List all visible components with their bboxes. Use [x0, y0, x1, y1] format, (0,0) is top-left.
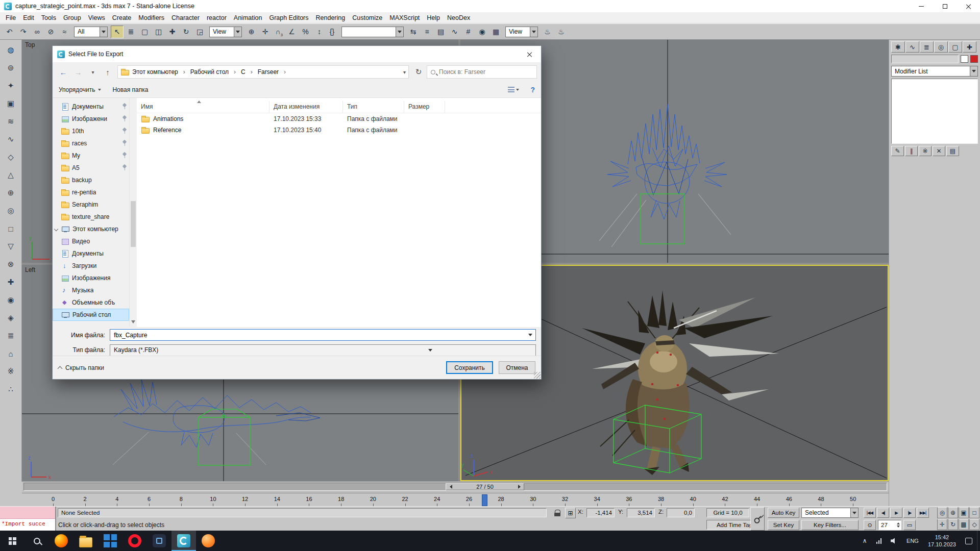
tab-modify[interactable]: ∿ [905, 41, 919, 53]
nav-computer-item[interactable]: Видео [53, 235, 129, 247]
key-mode-toggle-icon[interactable]: ⊙ [864, 520, 876, 530]
taskbar-search-button[interactable] [24, 531, 49, 551]
nav-computer-item[interactable]: Музыка [53, 284, 129, 296]
scroll-down-arrow-icon[interactable] [131, 320, 135, 325]
time-configuration-icon[interactable]: ▭ [903, 520, 916, 530]
column-type[interactable]: Тип [343, 101, 404, 113]
wireframe-color-swatch[interactable] [961, 55, 968, 63]
reactor-tool-18-icon[interactable]: ⌂ [4, 346, 18, 361]
menu-item[interactable]: MAXScript [386, 12, 423, 23]
column-date-modified[interactable]: Дата изменения [270, 101, 343, 113]
use-center-icon[interactable]: ⊕ [245, 26, 258, 38]
menu-item[interactable]: Views [85, 12, 109, 23]
make-unique-icon[interactable]: ※ [919, 146, 932, 156]
reactor-tool-5-icon[interactable]: ≋ [4, 114, 18, 129]
object-name-field[interactable] [891, 55, 959, 63]
filename-input[interactable] [110, 332, 525, 339]
taskbar-flame-app-icon[interactable] [196, 531, 220, 551]
nav-quick-item[interactable]: backup [53, 174, 129, 186]
next-frame-icon[interactable]: |▶ [903, 508, 916, 518]
bind-to-space-warp-icon[interactable]: ≈ [58, 26, 71, 38]
menu-item[interactable]: NeoDex [444, 12, 474, 23]
menu-item[interactable]: Group [60, 12, 85, 23]
time-slider-handle[interactable]: 27 / 50 [446, 483, 524, 490]
reactor-tool-16-icon[interactable]: ◈ [4, 311, 18, 325]
expander-chevron-icon[interactable] [54, 227, 58, 231]
object-color-swatch[interactable] [970, 55, 978, 63]
frame-spinner[interactable] [897, 521, 901, 529]
show-end-result-icon[interactable]: ∥ [905, 146, 918, 156]
nav-quick-item[interactable]: Изображени [53, 113, 129, 125]
angle-snap-icon[interactable]: ∠ [285, 26, 298, 38]
zoom-icon[interactable]: ◎ [937, 507, 947, 518]
nav-computer-item[interactable]: Рабочий стол [53, 309, 129, 321]
listener-macro-row[interactable] [0, 507, 55, 519]
edit-named-selection-sets-icon[interactable]: {} [326, 26, 338, 38]
menu-item[interactable]: reactor [203, 12, 230, 23]
nav-quick-item[interactable]: A5 [53, 162, 129, 174]
menu-item[interactable]: Modifiers [135, 12, 168, 23]
refresh-button[interactable]: ↻ [412, 65, 425, 79]
render-type-combo[interactable]: View [505, 27, 538, 37]
back-button[interactable]: ← [57, 65, 70, 79]
nav-quick-item[interactable]: re-pentia [53, 186, 129, 198]
z-coordinate-field[interactable]: 0,0 [667, 508, 695, 517]
nav-computer-item[interactable]: Документы [53, 247, 129, 260]
notification-center-button[interactable] [961, 531, 977, 551]
select-and-link-icon[interactable]: ∞ [31, 26, 43, 38]
taskbar-3dsmax-icon[interactable] [172, 531, 196, 551]
window-crossing-icon[interactable]: ◫ [152, 26, 165, 38]
nav-quick-item[interactable]: Seraphim [53, 198, 129, 211]
reactor-tool-10-icon[interactable]: ◎ [4, 204, 18, 218]
pan-icon[interactable]: ✛ [937, 519, 947, 530]
menu-item[interactable]: Create [109, 12, 135, 23]
select-and-move-icon[interactable]: ✚ [166, 26, 179, 38]
nav-quick-item[interactable]: Документы [53, 101, 129, 113]
forward-button[interactable]: → [71, 65, 85, 79]
taskbar-opera-icon[interactable] [122, 531, 147, 551]
taskbar-firefox-icon[interactable] [49, 531, 74, 551]
taskbar-explorer-icon[interactable] [74, 531, 98, 551]
schematic-view-icon[interactable]: # [462, 26, 475, 38]
nav-this-pc-item[interactable]: Этот компьютер [53, 223, 129, 235]
named-selection-combo[interactable] [341, 27, 404, 37]
select-and-scale-icon[interactable]: ◲ [193, 26, 206, 38]
scrollbar-thumb[interactable] [131, 201, 136, 247]
mirror-icon[interactable]: ⇆ [407, 26, 420, 38]
hide-folders-button[interactable]: Скрыть папки [58, 364, 104, 371]
nav-computer-item[interactable]: Изображения [53, 272, 129, 284]
reactor-tool-11-icon[interactable]: □ [4, 221, 18, 236]
curve-editor-icon[interactable]: ∿ [448, 26, 461, 38]
reactor-tool-2-icon[interactable]: ⊚ [4, 61, 18, 75]
reference-coordinate-combo[interactable]: View [209, 27, 242, 37]
menu-item[interactable]: Character [168, 12, 203, 23]
quick-render-icon[interactable]: ♨ [555, 26, 568, 38]
y-coordinate-field[interactable]: 3,514 [627, 508, 655, 517]
address-dropdown-icon[interactable]: ▾ [403, 69, 406, 75]
align-icon[interactable]: ≡ [421, 26, 433, 38]
chevron-down-icon[interactable] [525, 330, 535, 340]
reactor-tool-15-icon[interactable]: ◉ [4, 293, 18, 307]
reactor-tool-8-icon[interactable]: △ [4, 168, 18, 182]
tray-expand-chevron[interactable]: ∧ [858, 531, 872, 551]
set-key-mode-button[interactable] [750, 507, 765, 531]
modifier-list-dropdown[interactable]: Modifier List [891, 66, 978, 77]
tab-hierarchy[interactable]: ≣ [920, 41, 934, 53]
pin-stack-icon[interactable]: ✎ [891, 146, 904, 156]
tab-motion[interactable]: ◎ [934, 41, 948, 53]
undo-icon[interactable]: ↶ [3, 26, 16, 38]
reactor-tool-14-icon[interactable]: ✚ [4, 275, 18, 289]
help-icon[interactable]: ? [530, 86, 535, 94]
breadcrumb-item[interactable]: Рабочий стол [188, 68, 238, 76]
nav-quick-item[interactable]: My [53, 149, 129, 162]
reactor-tool-9-icon[interactable]: ⊕ [4, 186, 18, 200]
show-desktop-button[interactable] [977, 531, 980, 551]
nav-quick-item[interactable]: races [53, 137, 129, 149]
menu-item[interactable]: Animation [230, 12, 266, 23]
key-filters-button[interactable]: Key Filters... [801, 520, 859, 530]
track-bar[interactable]: 0246810121416182022242628303234363840424… [22, 493, 889, 506]
zoom-region-icon[interactable]: □ [969, 507, 979, 518]
listener-output[interactable]: *Import succe [0, 519, 55, 531]
maxscript-mini-listener[interactable]: *Import succe [0, 507, 56, 531]
absolute-offset-toggle[interactable]: ⊞ [565, 508, 576, 518]
